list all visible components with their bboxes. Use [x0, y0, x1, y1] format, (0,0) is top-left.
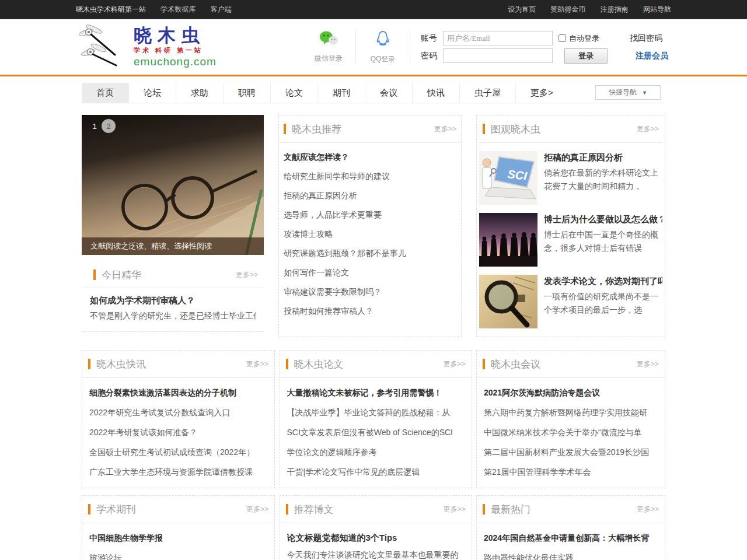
list-item[interactable]: 第21届中国管理科学学术年会	[484, 462, 658, 482]
section-title: 最新热门	[491, 503, 530, 516]
account-input[interactable]	[443, 31, 553, 46]
find-password-link[interactable]: 找回密码	[630, 33, 662, 44]
section-recommend: 晓木虫推荐 更多>> 文献应该怎样读？ 给研究生新同学和导师的建议 拒稿的真正原…	[278, 115, 462, 337]
section-journals: 学术期刊 更多>> 中国细胞生物学学报 旅游论坛	[82, 495, 275, 560]
gallery-item-excerpt: 一项有价值的研究成果尚不是一个学术项目的最后一步，选	[544, 290, 662, 317]
list-item[interactable]: 攻读博士攻略	[284, 225, 456, 244]
more-link[interactable]: 更多>>	[637, 505, 659, 514]
list-item[interactable]: 文献应该怎样读？	[284, 148, 456, 167]
list-item[interactable]: 选导师，人品比学术更重要	[284, 205, 456, 225]
list-item[interactable]: 广东工业大学生态环境与资源学院谭倩教授课	[89, 462, 267, 482]
wechat-login-button[interactable]: 微信登录	[302, 30, 355, 64]
more-link[interactable]: 更多>>	[236, 270, 258, 280]
list-item[interactable]: 给研究生新同学和导师的建议	[284, 167, 456, 186]
walking-silhouettes-thumbnail	[479, 213, 537, 267]
qq-login-button[interactable]: QQ登录	[356, 30, 410, 64]
gallery-item[interactable]: 博士后为什么要做以及怎么做？ 博士后在中国一直是个奇怪的概念，很多人对博士后有错…	[479, 213, 662, 267]
section-title: 今日精华	[102, 268, 141, 282]
gallery-item[interactable]: 发表学术论文，你选对期刊了吗？ 一项有价值的研究成果尚不是一个学术项目的最后一步…	[479, 275, 662, 328]
carousel[interactable]: 1 2 文献阅读之泛读、精读、选择性阅读	[82, 115, 264, 255]
section-title: 学术期刊	[96, 503, 136, 516]
topbar-link-register-guide[interactable]: 注册指南	[601, 5, 629, 13]
more-link[interactable]: 更多>>	[443, 359, 465, 369]
main-nav: 首页 论坛 求助 职聘 论文 期刊 会议 快讯 虫子屋 更多> 快捷导航 ▼	[82, 83, 665, 103]
topbar-link-set-homepage[interactable]: 设为首页	[508, 5, 536, 13]
featured-excerpt: 不管是刚入学的研究生，还是已经博士毕业工作	[90, 308, 256, 323]
list-item[interactable]: 审稿建议需要字数限制吗？	[284, 282, 456, 302]
nav-tab-home[interactable]: 首页	[82, 83, 128, 103]
more-link[interactable]: 更多>>	[637, 124, 659, 134]
list-item[interactable]: 2022年考研复试该如何准备？	[89, 422, 267, 442]
list-item[interactable]: 大量撤稿论文未被标记，参考引用需警惕！	[287, 383, 465, 402]
list-item[interactable]: 拒稿的真正原因分析	[284, 186, 456, 205]
more-link[interactable]: 更多>>	[434, 124, 456, 134]
section-papers: 晓木虫论文 更多>> 大量撤稿论文未被标记，参考引用需警惕！ 【决战毕业季】毕业…	[280, 350, 472, 488]
wechat-login-label: 微信登录	[315, 54, 343, 64]
section-accent-bar	[483, 504, 485, 514]
list-item[interactable]: 中国细胞生物学学报	[89, 528, 267, 548]
nav-tab-czw[interactable]: 虫子屋	[459, 83, 515, 103]
list-item[interactable]: 干货|学术论文写作中常见的底层逻辑	[287, 462, 465, 482]
featured-title[interactable]: 如何成为学术期刊审稿人？	[90, 293, 256, 308]
list-item[interactable]: 如何写作一篇论文	[284, 263, 456, 282]
list-item[interactable]: 路由器性能优化最佳实践	[484, 548, 658, 560]
password-input[interactable]	[443, 48, 553, 63]
gallery-item[interactable]: SCI 拒稿的真正原因分析 倘若您在最新的学术科研论文上花费了大量的时间和精力，	[479, 151, 662, 205]
gallery-item-excerpt: 博士后在中国一直是个奇怪的概念，很多人对博士后有错误	[544, 228, 662, 255]
top-utility-bar: 晓木虫学术科研第一站 学术数据库 客户端 设为首页 赞助得金币 注册指南 网站导…	[0, 0, 747, 19]
nav-tab-meetings[interactable]: 会议	[365, 83, 412, 103]
topbar-link-site[interactable]: 晓木虫学术科研第一站	[76, 5, 146, 13]
login-button[interactable]: 登录	[564, 48, 608, 64]
gallery-item-title: 博士后为什么要做以及怎么做？	[544, 213, 662, 226]
topbar-link-client[interactable]: 客户端	[211, 5, 232, 13]
more-link[interactable]: 更多>>	[246, 505, 268, 514]
list-item[interactable]: SCI文章发表后但没有被Web of Science的SCI	[287, 422, 465, 442]
section-title: 晓木虫推荐	[292, 123, 341, 136]
topbar-right-links: 设为首页 赞助得金币 注册指南 网站导航	[495, 5, 671, 15]
nav-tab-jobs[interactable]: 职聘	[223, 83, 270, 103]
auto-login-checkbox[interactable]	[558, 34, 566, 42]
featured-title[interactable]: 论文标题党都知道的3个Tips	[287, 529, 465, 547]
topbar-link-sponsor[interactable]: 赞助得金币	[550, 5, 585, 13]
carousel-page-1[interactable]: 1	[88, 119, 102, 133]
list-item[interactable]: 旅游论坛	[89, 548, 267, 560]
section-meetings: 晓木虫会议 更多>> 2021阿尔茨海默病防治专题会议 第六期中药复方解析暨网络…	[476, 350, 665, 488]
list-item[interactable]: 2021阿尔茨海默病防治专题会议	[484, 383, 658, 402]
list-item[interactable]: 细胞分裂素快速激活基因表达的分子机制	[89, 383, 267, 402]
list-item[interactable]: 【决战毕业季】毕业论文答辩的胜战秘籍：从	[287, 402, 465, 422]
nav-tab-help[interactable]: 求助	[176, 83, 223, 103]
featured-excerpt: 今天我们专注谈谈研究论文里最基本也最重要的东西--论文题目。定论文题目看似简单，…	[287, 547, 465, 560]
nav-tab-papers[interactable]: 论文	[270, 83, 317, 103]
auto-login-label: 自动登录	[569, 33, 599, 44]
nav-tab-more[interactable]: 更多>	[515, 83, 568, 103]
site-logo[interactable]: 晓木虫 学术 科研 第一站 emuchong.com	[79, 24, 217, 70]
section-accent-bar	[93, 270, 96, 280]
section-accent-bar	[286, 359, 288, 369]
list-item[interactable]: 研究课题遇到瓶颈？那都不是事儿	[284, 244, 456, 263]
nav-tab-news[interactable]: 快讯	[412, 83, 459, 103]
more-link[interactable]: 更多>>	[637, 359, 659, 369]
list-item[interactable]: 2024年国自然基金申请量创新高：大幅增长背	[484, 528, 658, 548]
list-item[interactable]: 第二届中国新材料产业发展大会暨2019长沙国	[484, 442, 658, 462]
quick-nav-button[interactable]: 快捷导航 ▼	[595, 85, 661, 100]
section-daily-highlights: 今日精华 更多>> 如何成为学术期刊审稿人？ 不管是刚入学的研究生，还是已经博士…	[82, 262, 264, 332]
section-title: 图观晓木虫	[491, 123, 540, 136]
section-accent-bar	[88, 504, 90, 514]
quick-nav-label: 快捷导航	[609, 88, 637, 97]
sci-laptop-thumbnail: SCI	[479, 151, 537, 205]
nav-tab-journals[interactable]: 期刊	[317, 83, 365, 103]
register-link[interactable]: 注册会员	[636, 51, 668, 61]
list-item[interactable]: 2022年研究生考试复试分数线查询入口	[89, 402, 267, 422]
list-item[interactable]: 第六期中药复方解析暨网络药理学实用技能研	[484, 402, 658, 422]
list-item[interactable]: 全国硕士研究生考试初试成绩查询（2022年）	[89, 442, 267, 462]
topbar-link-sitemap[interactable]: 网站导航	[643, 5, 671, 13]
carousel-page-2[interactable]: 2	[102, 119, 116, 133]
topbar-link-database[interactable]: 学术数据库	[160, 5, 196, 13]
nav-tab-forum[interactable]: 论坛	[128, 83, 176, 103]
list-item[interactable]: 中国微米纳米技术学会关于举办“微流控与单	[484, 422, 658, 442]
more-link[interactable]: 更多>>	[443, 505, 465, 514]
list-item[interactable]: 学位论文的逻辑顺序参考	[287, 442, 465, 462]
more-link[interactable]: 更多>>	[246, 359, 268, 369]
logo-text: 晓木虫 学术 科研 第一站 emuchong.com	[134, 26, 217, 68]
list-item[interactable]: 投稿时如何推荐审稿人？	[284, 302, 456, 321]
